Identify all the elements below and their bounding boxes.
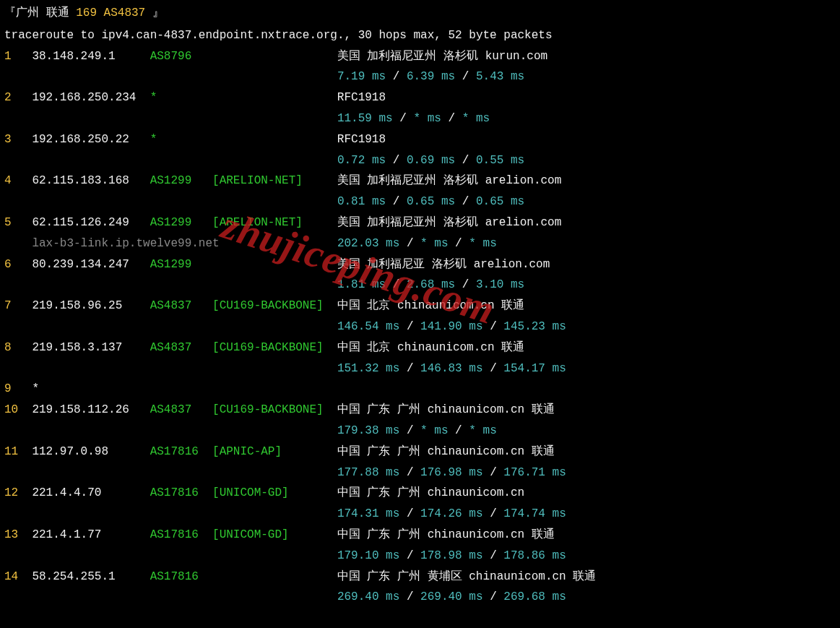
rtt: * ms: [469, 237, 496, 250]
hop-asn: AS8796: [150, 46, 212, 67]
hop-timings: 11.59 ms / * ms / * ms: [337, 108, 490, 129]
rtt-separator: /: [399, 424, 420, 437]
hop-number: 5: [4, 212, 32, 233]
rtt: 176.98 ms: [420, 466, 482, 479]
hop-timings: 7.19 ms / 6.39 ms / 5.43 ms: [337, 66, 524, 87]
rtt: 3.10 ms: [476, 278, 524, 291]
hop-net-tag: [APNIC-AP]: [212, 442, 337, 463]
hop-ip: 62.115.183.168: [32, 171, 150, 192]
rtt: 146.54 ms: [337, 320, 399, 333]
hop-row: 13221.4.1.77AS17816[UNICOM-GD]中国 广东 广州 c…: [4, 525, 836, 546]
rtt: * ms: [420, 424, 448, 437]
rtt: 179.38 ms: [337, 424, 399, 437]
rtt-separator: /: [483, 466, 504, 479]
rtt: 178.86 ms: [503, 549, 566, 562]
hop-number: 7: [4, 296, 32, 317]
traceroute-command: traceroute to ipv4.can-4837.endpoint.nxt…: [4, 25, 836, 46]
hop-asn: AS1299: [150, 212, 212, 233]
header-suffix: 』: [145, 7, 164, 20]
hop-number: 1: [4, 46, 32, 67]
hop-timing-row: 174.31 ms / 174.26 ms / 174.74 ms: [4, 504, 836, 525]
hop-location: RFC1918: [337, 129, 836, 150]
hop-timing-row: 177.88 ms / 176.98 ms / 176.71 ms: [4, 463, 836, 483]
hop-asn: *: [150, 129, 212, 150]
rtt-separator: /: [449, 424, 469, 437]
hop-ip: 80.239.134.247: [32, 254, 150, 275]
hop-row: 680.239.134.247AS1299美国 加利福尼亚 洛杉矶 arelio…: [4, 254, 836, 275]
hop-location: 中国 广东 广州 chinaunicom.cn 联通: [337, 400, 836, 421]
hop-timing-row: 269.40 ms / 269.40 ms / 269.68 ms: [4, 587, 836, 608]
hop-asn: AS1299: [150, 254, 212, 275]
rtt-separator: /: [399, 507, 420, 520]
hop-number: 10: [4, 400, 32, 421]
rtt: 177.88 ms: [337, 466, 399, 479]
hop-timing-row: 179.38 ms / * ms / * ms: [4, 421, 836, 442]
hop-timings: 1.81 ms / 2.68 ms / 3.10 ms: [337, 275, 524, 296]
hop-row: 562.115.126.249AS1299[ARELION-NET]美国 加利福…: [4, 212, 836, 233]
rtt-separator: /: [399, 549, 420, 562]
rtt: 151.32 ms: [337, 362, 399, 375]
hop-ip: 58.254.255.1: [32, 567, 150, 588]
hop-row: 11112.97.0.98AS17816[APNIC-AP]中国 广东 广州 c…: [4, 442, 836, 463]
hop-asn: AS4837: [150, 337, 212, 358]
hop-net-tag: [UNICOM-GD]: [212, 483, 337, 504]
hop-ip: 221.4.4.70: [32, 483, 150, 504]
hop-timings: 146.54 ms / 141.90 ms / 145.23 ms: [337, 317, 566, 337]
rtt-separator: /: [386, 70, 407, 83]
rtt: * ms: [462, 112, 490, 125]
hop-number: 14: [4, 567, 32, 588]
hop-number: 12: [4, 483, 32, 504]
hop-ip: 221.4.1.77: [32, 525, 150, 546]
rtt: 154.17 ms: [503, 362, 566, 375]
rtt: 269.68 ms: [503, 590, 566, 603]
rtt-separator: /: [455, 278, 476, 291]
rtt-separator: /: [483, 320, 504, 333]
hop-row: 10219.158.112.26AS4837[CU169-BACKBONE]中国…: [4, 400, 836, 421]
rtt: 174.26 ms: [420, 507, 482, 520]
hop-row: 9*: [4, 379, 836, 400]
rtt: 0.69 ms: [407, 154, 455, 167]
hop-location: 中国 广东 广州 chinaunicom.cn: [337, 483, 836, 504]
hop-asn: AS1299: [150, 171, 212, 192]
hop-net-tag: [CU169-BACKBONE]: [212, 337, 337, 358]
hop-asn: *: [150, 87, 212, 108]
rtt-separator: /: [455, 154, 476, 167]
hop-timings: 202.03 ms / * ms / * ms: [337, 233, 497, 254]
hop-net-tag: [ARELION-NET]: [212, 171, 337, 192]
hop-asn: AS17816: [150, 442, 212, 463]
hop-timings: 269.40 ms / 269.40 ms / 269.68 ms: [337, 587, 566, 608]
hop-row: 7219.158.96.25AS4837[CU169-BACKBONE]中国 北…: [4, 296, 836, 317]
hop-timing-row: 151.32 ms / 146.83 ms / 154.17 ms: [4, 358, 836, 379]
hop-number: 8: [4, 337, 32, 358]
hop-net-tag: [CU169-BACKBONE]: [212, 296, 337, 317]
rtt-separator: /: [393, 112, 414, 125]
rtt: 2.68 ms: [407, 278, 455, 291]
hop-location: 中国 广东 广州 chinaunicom.cn 联通: [337, 525, 836, 546]
hop-timing-row: 0.81 ms / 0.65 ms / 0.65 ms: [4, 192, 836, 212]
hop-location: 美国 加利福尼亚州 洛杉矶 arelion.com: [337, 212, 836, 233]
hop-timings: 174.31 ms / 174.26 ms / 174.74 ms: [337, 504, 566, 525]
rtt-separator: /: [449, 237, 469, 250]
rtt-separator: /: [483, 549, 504, 562]
hop-number: 11: [4, 442, 32, 463]
hop-ip: 192.168.250.234: [32, 87, 150, 108]
rtt-separator: /: [399, 590, 420, 603]
rtt: 0.81 ms: [337, 195, 386, 208]
rtt: 0.65 ms: [476, 195, 524, 208]
rtt-separator: /: [483, 362, 504, 375]
rtt-separator: /: [386, 195, 407, 208]
hop-timings: 0.81 ms / 0.65 ms / 0.65 ms: [337, 192, 524, 212]
hop-timing-row: 11.59 ms / * ms / * ms: [4, 108, 836, 129]
hop-asn: AS17816: [150, 483, 212, 504]
rtt: 178.98 ms: [420, 549, 482, 562]
hop-row: 462.115.183.168AS1299[ARELION-NET]美国 加利福…: [4, 171, 836, 192]
rtt: 174.74 ms: [503, 507, 566, 520]
hop-location: 美国 加利福尼亚州 洛杉矶 kurun.com: [337, 46, 836, 67]
hop-location: 中国 广东 广州 chinaunicom.cn 联通: [337, 442, 836, 463]
hop-location: 中国 北京 chinaunicom.cn 联通: [337, 296, 836, 317]
rtt: 269.40 ms: [420, 590, 482, 603]
route-header: 『广州 联通 169 AS4837 』: [4, 3, 836, 24]
hop-timing-row: 1.81 ms / 2.68 ms / 3.10 ms: [4, 275, 836, 296]
rtt: 0.55 ms: [476, 154, 524, 167]
hop-row: 12221.4.4.70AS17816[UNICOM-GD]中国 广东 广州 c…: [4, 483, 836, 504]
